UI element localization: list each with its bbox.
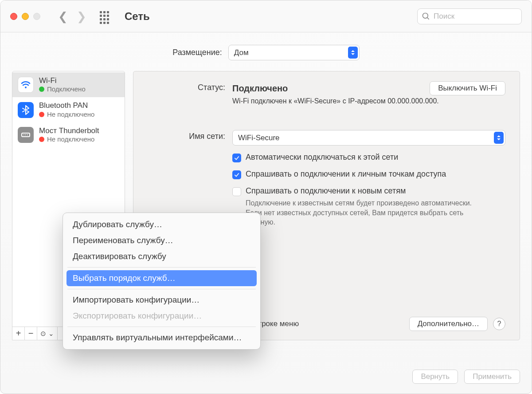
status-dot-icon [39, 137, 44, 142]
auto-join-row: Автоматически подключаться к этой сети [148, 153, 505, 162]
location-popup[interactable]: Дом [228, 45, 360, 60]
service-status: Подключено [39, 85, 86, 93]
menu-set-service-order[interactable]: Выбрать порядок служб… [66, 270, 257, 286]
menu-export-config: Экспортировать конфигурации… [66, 308, 257, 324]
location-label: Размещение: [172, 48, 222, 57]
status-value: Подключено [232, 83, 288, 94]
show-all-icon[interactable] [100, 11, 110, 22]
service-name: Мост Thunderbolt [39, 126, 99, 135]
add-service-button[interactable]: + [12, 327, 25, 340]
service-item-wifi[interactable]: Wi-Fi Подключено [12, 72, 125, 97]
svg-point-4 [23, 134, 24, 135]
bluetooth-icon [18, 102, 34, 118]
turn-wifi-off-button[interactable]: Выключить Wi-Fi [430, 81, 505, 95]
network-name-value: WiFi-Secure [238, 134, 280, 142]
zoom-window-button[interactable] [33, 13, 40, 20]
chevron-updown-icon [348, 47, 358, 59]
window: ❮ ❯ Сеть Размещение: Дом Wi-Fi [0, 0, 532, 394]
svg-point-2 [25, 87, 27, 88]
status-dot-icon [39, 112, 44, 117]
footer-buttons: Вернуть Применить [412, 370, 520, 384]
ask-new-checkbox[interactable] [232, 187, 241, 196]
status-label: Статус: [148, 81, 225, 92]
status-dot-icon [39, 87, 44, 92]
service-item-thunderbolt[interactable]: Мост Thunderbolt Не подключено [12, 122, 125, 147]
status-subtext: Wi-Fi подключен к «WiFi-Secure» с IP-адр… [232, 97, 505, 105]
search-icon [422, 12, 430, 21]
thunderbolt-bridge-icon [18, 127, 34, 143]
service-actions-button[interactable]: ⊙ ⌄ [37, 327, 58, 340]
svg-point-5 [25, 134, 26, 135]
toolbar: ❮ ❯ Сеть [0, 0, 532, 32]
service-item-bluetooth[interactable]: Bluetooth PAN Не подключено [12, 97, 125, 122]
service-context-menu: Дублировать службу… Переименовать службу… [63, 213, 261, 350]
location-row: Размещение: Дом [0, 32, 532, 71]
revert-button[interactable]: Вернуть [412, 370, 458, 384]
svg-point-6 [27, 134, 28, 135]
network-name-row: Имя сети: WiFi-Secure [148, 130, 505, 146]
close-window-button[interactable] [10, 13, 17, 20]
status-row: Статус: Подключено Выключить Wi-Fi Wi-Fi… [148, 81, 505, 105]
network-name-popup[interactable]: WiFi-Secure [232, 130, 505, 146]
menu-rename-service[interactable]: Переименовать службу… [66, 232, 257, 248]
apply-button[interactable]: Применить [464, 370, 520, 384]
back-button[interactable]: ❮ [58, 11, 68, 22]
page-title: Сеть [125, 10, 150, 23]
menu-manage-virtual-interfaces[interactable]: Управлять виртуальными интерфейсами… [66, 330, 257, 346]
ask-new-label: Спрашивать о подключении к новым сетям [246, 186, 406, 195]
help-button[interactable]: ? [493, 318, 505, 330]
advanced-button[interactable]: Дополнительно… [409, 317, 488, 331]
menu-import-config[interactable]: Импортировать конфигурации… [66, 292, 257, 308]
search-wrap [417, 8, 522, 24]
auto-join-checkbox[interactable] [232, 154, 241, 162]
ask-personal-checkbox[interactable] [232, 170, 241, 179]
service-name: Bluetooth PAN [39, 101, 94, 110]
forward-button[interactable]: ❯ [77, 11, 86, 22]
wifi-icon [18, 77, 34, 93]
service-name: Wi-Fi [39, 76, 86, 85]
nav-arrows: ❮ ❯ [58, 11, 86, 22]
network-name-label: Имя сети: [148, 130, 225, 141]
auto-join-label: Автоматически подключаться к этой сети [246, 153, 398, 162]
search-input[interactable] [417, 8, 522, 24]
remove-service-button[interactable]: − [25, 327, 37, 340]
svg-line-1 [427, 17, 429, 19]
chevron-updown-icon [494, 132, 504, 144]
minimize-window-button[interactable] [22, 13, 29, 20]
menu-duplicate-service[interactable]: Дублировать службу… [66, 217, 257, 232]
ask-personal-row: Спрашивать о подключении к личным точкам… [148, 169, 505, 179]
location-value: Дом [234, 48, 249, 57]
ask-personal-label: Спрашивать о подключении к личным точкам… [246, 169, 446, 179]
window-controls [10, 13, 40, 20]
service-status: Не подключено [39, 135, 99, 143]
ask-new-hint: Подключение к известным сетям будет прои… [246, 198, 476, 227]
service-status: Не подключено [39, 110, 94, 118]
svg-point-0 [423, 13, 428, 18]
menu-deactivate-service[interactable]: Деактивировать службу [66, 248, 257, 264]
